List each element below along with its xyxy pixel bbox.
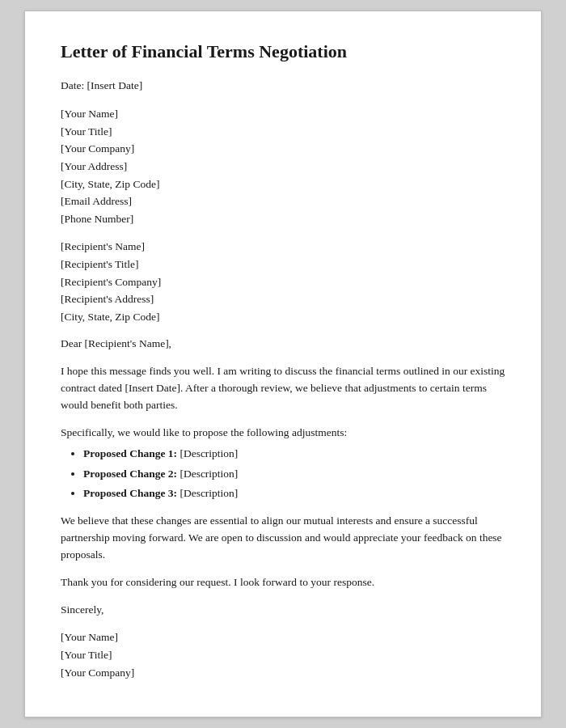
change-1-label: Proposed Change 1: bbox=[83, 447, 180, 459]
recipient-title: [Recipient's Title] bbox=[61, 256, 505, 273]
salutation: Dear [Recipient's Name], bbox=[61, 336, 505, 353]
sender-city-state-zip: [City, State, Zip Code] bbox=[61, 176, 505, 193]
recipient-name: [Recipient's Name] bbox=[61, 238, 505, 256]
signature-block: [Your Name] [Your Title] [Your Company] bbox=[61, 629, 505, 681]
signature-title: [Your Title] bbox=[61, 646, 505, 664]
sender-company: [Your Company] bbox=[61, 140, 505, 158]
date-line: Date: [Insert Date] bbox=[61, 78, 505, 95]
recipient-info: [Recipient's Name] [Recipient's Title] [… bbox=[61, 238, 505, 325]
recipient-city-state-zip: [City, State, Zip Code] bbox=[61, 308, 505, 326]
signature-name: [Your Name] bbox=[61, 629, 505, 646]
list-item: Proposed Change 3: [Description] bbox=[83, 485, 505, 502]
sender-email: [Email Address] bbox=[61, 193, 505, 210]
body-paragraph-2: Specifically, we would like to propose t… bbox=[61, 425, 505, 442]
letter-title: Letter of Financial Terms Negotiation bbox=[61, 40, 505, 64]
change-2-label: Proposed Change 2: bbox=[83, 468, 180, 480]
sender-address: [Your Address] bbox=[61, 158, 505, 176]
recipient-company: [Recipient's Company] bbox=[61, 273, 505, 291]
change-1-description: [Description] bbox=[180, 447, 238, 459]
sender-info: [Your Name] [Your Title] [Your Company] … bbox=[61, 105, 505, 227]
letter-document: Letter of Financial Terms Negotiation Da… bbox=[24, 11, 542, 717]
list-item: Proposed Change 1: [Description] bbox=[83, 445, 505, 463]
proposed-changes-list: Proposed Change 1: [Description] Propose… bbox=[83, 445, 505, 502]
change-3-label: Proposed Change 3: bbox=[83, 487, 180, 499]
change-2-description: [Description] bbox=[180, 468, 238, 480]
body-paragraph-3: We believe that these changes are essent… bbox=[61, 513, 505, 564]
list-section: Specifically, we would like to propose t… bbox=[61, 425, 505, 502]
closing: Sincerely, bbox=[61, 602, 505, 619]
list-item: Proposed Change 2: [Description] bbox=[83, 465, 505, 483]
change-3-description: [Description] bbox=[180, 487, 238, 499]
body-paragraph-4: Thank you for considering our request. I… bbox=[61, 574, 505, 591]
signature-company: [Your Company] bbox=[61, 664, 505, 682]
sender-title: [Your Title] bbox=[61, 123, 505, 141]
body-paragraph-1: I hope this message finds you well. I am… bbox=[61, 363, 505, 414]
recipient-address: [Recipient's Address] bbox=[61, 290, 505, 308]
sender-name: [Your Name] bbox=[61, 105, 505, 123]
sender-phone: [Phone Number] bbox=[61, 210, 505, 228]
